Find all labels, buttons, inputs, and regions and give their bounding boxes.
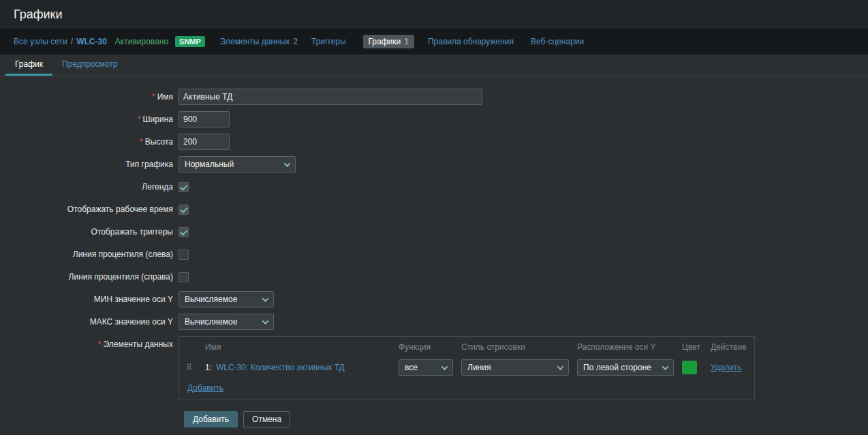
page-title: Графики: [14, 7, 63, 22]
chevron-down-icon: [441, 363, 448, 370]
item-remove-link[interactable]: Удалить: [711, 363, 751, 372]
tab-bar: График Предпросмотр: [0, 55, 868, 76]
item-color-swatch[interactable]: [682, 361, 697, 374]
chevron-down-icon: [557, 363, 564, 370]
ymin-selected-value: Вычисляемое: [185, 295, 237, 304]
nav-count-items: 2: [293, 37, 298, 46]
form-row-name: *Имя: [0, 89, 868, 105]
nav-item-items[interactable]: Элементы данных 2: [220, 37, 298, 46]
required-asterisk: *: [140, 137, 143, 147]
ymax-select[interactable]: Вычисляемое: [179, 314, 274, 330]
chevron-down-icon: [284, 160, 291, 167]
ymin-select[interactable]: Вычисляемое: [179, 291, 274, 308]
item-name-link[interactable]: WLC-30: Количество активных ТД: [216, 363, 345, 372]
graph-config-page: Графики Все узлы сети / WLC-30 Активиров…: [0, 0, 868, 427]
breadcrumb-separator: /: [71, 37, 73, 46]
items-label: *Элементы данных: [0, 336, 173, 349]
header-y-axis-side: Расположение оси Y: [577, 342, 674, 352]
breadcrumb-all-hosts-link[interactable]: Все узлы сети: [14, 37, 67, 46]
items-add-link[interactable]: Добавить: [187, 383, 223, 393]
header-color: Цвет: [682, 342, 702, 352]
percentile-right-checkbox[interactable]: [179, 272, 189, 282]
graph-type-label: Тип графика: [0, 160, 173, 169]
chevron-down-icon: [262, 295, 269, 302]
tab-graph[interactable]: График: [5, 55, 52, 76]
form-row-percentile-left: Линия процентиля (слева): [0, 246, 868, 262]
width-input[interactable]: [179, 111, 230, 127]
breadcrumb-bar: Все узлы сети / WLC-30 Активировано SNMP…: [0, 29, 868, 55]
graph-form: *Имя *Ширина *Высота Тип графика Нормаль…: [0, 76, 868, 427]
header-name: Имя: [205, 342, 390, 352]
percentile-left-checkbox[interactable]: [179, 250, 189, 260]
form-row-items: *Элементы данных Имя Функция Стиль отрис…: [0, 336, 868, 400]
form-row-ymax: МАКС значение оси Y Вычисляемое: [0, 314, 868, 330]
ymax-selected-value: Вычисляемое: [185, 317, 237, 327]
width-label: *Ширина: [0, 115, 173, 124]
form-row-width: *Ширина: [0, 111, 868, 127]
tab-preview[interactable]: Предпросмотр: [52, 55, 127, 76]
host-nav: Элементы данных 2 Триггеры Графики 1 Пра…: [220, 35, 587, 48]
height-label: *Высота: [0, 137, 173, 147]
item-row-index: 1:: [205, 363, 212, 372]
graph-items-editor: Имя Функция Стиль отрисовки Расположение…: [179, 336, 755, 400]
cancel-button[interactable]: Отмена: [243, 411, 290, 427]
form-row-show-triggers: Отображать триггеры: [0, 224, 868, 240]
form-row-legend: Легенда: [0, 179, 868, 195]
required-asterisk: *: [98, 340, 102, 349]
item-function-select[interactable]: все: [399, 359, 453, 376]
graph-item-row: ⠿ 1: WLC-30: Количество активных ТД все …: [186, 359, 747, 376]
chevron-down-icon: [262, 318, 269, 325]
page-header: Графики: [0, 0, 868, 29]
snmp-availability-badge: SNMP: [175, 36, 205, 47]
form-row-ymin: МИН значение оси Y Вычисляемое: [0, 291, 868, 308]
ymax-label: МАКС значение оси Y: [0, 317, 173, 327]
show-triggers-checkbox[interactable]: [179, 227, 189, 237]
nav-item-web-scenarios[interactable]: Веб-сценарии: [531, 37, 587, 46]
item-yside-value: По левой стороне: [583, 363, 651, 372]
header-action: Действие: [711, 342, 751, 352]
working-time-label: Отображать рабочее время: [0, 205, 173, 214]
percentile-right-label: Линия процентиля (справа): [0, 272, 173, 282]
item-function-value: все: [405, 363, 418, 372]
chevron-down-icon: [662, 363, 669, 370]
name-label: *Имя: [0, 92, 173, 102]
header-function: Функция: [399, 342, 453, 352]
host-status-enabled: Активировано: [115, 37, 168, 46]
height-input[interactable]: [179, 134, 230, 150]
required-asterisk: *: [138, 115, 141, 124]
items-add-row: Добавить: [186, 383, 747, 393]
item-drawstyle-value: Линия: [467, 363, 491, 372]
form-buttons-row: Добавить Отмена: [0, 411, 868, 427]
breadcrumb: Все узлы сети / WLC-30: [14, 37, 107, 46]
header-draw-style: Стиль отрисовки: [461, 342, 569, 352]
drag-handle-icon[interactable]: ⠿: [186, 363, 197, 372]
submit-add-button[interactable]: Добавить: [184, 411, 238, 427]
form-row-graph-type: Тип графика Нормальный: [0, 156, 868, 172]
nav-item-triggers[interactable]: Триггеры: [311, 37, 350, 46]
ymin-label: МИН значение оси Y: [0, 295, 173, 304]
name-input[interactable]: [179, 89, 482, 105]
item-yside-select[interactable]: По левой стороне: [577, 359, 674, 376]
show-triggers-label: Отображать триггеры: [0, 227, 173, 237]
graph-type-selected-value: Нормальный: [185, 160, 234, 169]
breadcrumb-host-link[interactable]: WLC-30: [76, 37, 107, 46]
items-table-header: Имя Функция Стиль отрисовки Расположение…: [186, 342, 747, 352]
nav-count-graphs: 1: [404, 37, 409, 46]
form-row-height: *Высота: [0, 134, 868, 150]
form-row-working-time: Отображать рабочее время: [0, 201, 868, 217]
form-row-percentile-right: Линия процентиля (справа): [0, 269, 868, 285]
required-asterisk: *: [152, 92, 155, 102]
percentile-left-label: Линия процентиля (слева): [0, 250, 173, 259]
item-drawstyle-select[interactable]: Линия: [461, 359, 569, 376]
nav-item-discovery-rules[interactable]: Правила обнаружения: [428, 37, 517, 46]
item-name-cell: 1: WLC-30: Количество активных ТД: [205, 363, 390, 372]
legend-checkbox[interactable]: [179, 182, 189, 192]
working-time-checkbox[interactable]: [179, 205, 189, 215]
nav-item-graphs[interactable]: Графики 1: [363, 35, 414, 48]
graph-type-select[interactable]: Нормальный: [179, 156, 296, 172]
legend-label: Легенда: [0, 182, 173, 192]
